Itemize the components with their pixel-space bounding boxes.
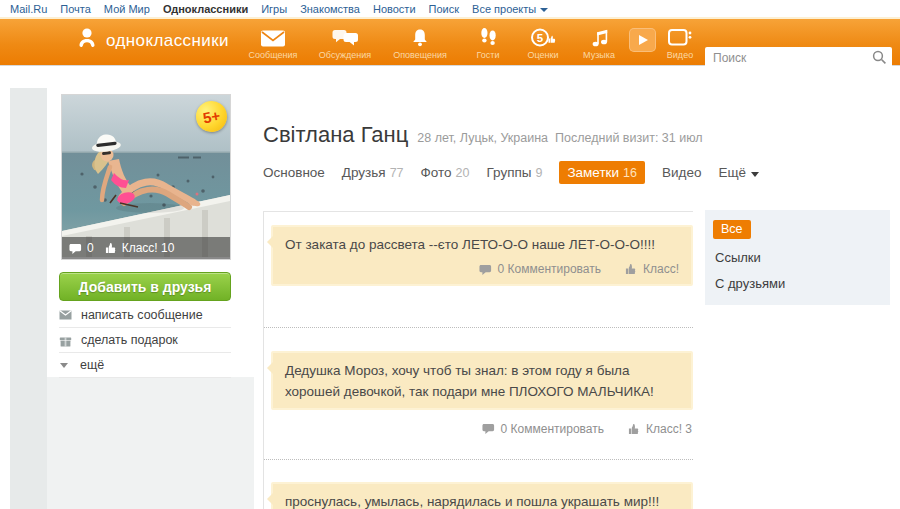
tab-notes[interactable]: Заметки16 — [559, 161, 645, 184]
filter-links[interactable]: Ссылки — [715, 250, 890, 265]
note-item: От заката до рассвета --єто ЛЕТО-О-О наш… — [271, 225, 693, 286]
nav-label: Оповещения — [388, 50, 452, 60]
search-input[interactable] — [705, 47, 892, 68]
thumb-up-icon — [105, 242, 117, 254]
nav-label: Музыка — [567, 50, 631, 60]
chat-bubbles-icon — [313, 23, 377, 48]
nav-video[interactable]: Видео — [648, 23, 712, 60]
like-link[interactable]: Класс! — [625, 260, 679, 278]
photo-stats-overlay: 0 Класс! 10 — [62, 237, 230, 259]
notes-feed: От заката до рассвета --єто ЛЕТО-О-О наш… — [263, 211, 693, 509]
topbar-link-odnoklassniki[interactable]: Одноклассники — [163, 3, 248, 15]
tab-main[interactable]: Основное — [263, 165, 325, 180]
tab-photos[interactable]: Фото20 — [421, 165, 470, 180]
ok-header: одноклассники Сообщения Обсуждения Опове… — [0, 17, 900, 65]
bell-icon — [388, 23, 452, 48]
nav-label: Сообщения — [241, 50, 305, 60]
make-gift-link[interactable]: сделать подарок — [59, 328, 231, 353]
more-actions-link[interactable]: ещё — [59, 353, 231, 378]
more-actions-label: ещё — [80, 358, 104, 372]
note-item: Дедушка Мороз, хочу чтоб ты знал: в этом… — [271, 351, 693, 410]
filter-all[interactable]: Все — [713, 220, 751, 239]
topbar-link-mail[interactable]: Почта — [60, 3, 91, 15]
topbar-link-news[interactable]: Новости — [373, 3, 416, 15]
caret-down-icon — [751, 172, 759, 177]
tab-friends[interactable]: Друзья77 — [342, 165, 404, 180]
ok-person-icon — [77, 28, 97, 54]
note-text: проснулась, умылась, нарядилась и пошла … — [285, 492, 679, 509]
nav-notifications[interactable]: Оповещения — [388, 23, 452, 60]
write-message-label: написать сообщение — [81, 308, 203, 322]
note-actions: 0 Комментировать Класс! — [285, 260, 679, 278]
ok-logo-text: одноклассники — [106, 31, 229, 51]
envelope-icon — [241, 23, 305, 48]
comment-bubble-icon — [482, 423, 495, 434]
mailru-topbar: Mail.Ru Почта Мой Мир Одноклассники Игры… — [0, 0, 900, 17]
topbar-link-games[interactable]: Игры — [261, 3, 287, 15]
thumb-up-icon — [625, 263, 637, 275]
make-gift-label: сделать подарок — [81, 333, 178, 347]
topbar-link-mailru[interactable]: Mail.Ru — [10, 3, 47, 15]
topbar-link-search[interactable]: Поиск — [429, 3, 459, 15]
notes-filter: Все Ссылки С друзьями — [705, 210, 890, 305]
nav-label: Обсуждения — [313, 50, 377, 60]
nav-music[interactable]: Музыка — [567, 23, 631, 60]
photo-likes[interactable]: Класс! 10 — [122, 241, 175, 255]
comment-bubble-icon — [69, 243, 82, 254]
profile-meta: 28 лет, Луцьк, Украина — [417, 131, 548, 145]
tab-groups[interactable]: Группы9 — [486, 165, 542, 180]
write-message-link[interactable]: написать сообщение — [59, 303, 231, 328]
photo-comments-count[interactable]: 0 — [87, 241, 94, 255]
all-projects-label: Все проекты — [472, 3, 536, 15]
ok-logo[interactable]: одноклассники — [77, 28, 229, 54]
left-column-background — [47, 377, 254, 509]
play-icon — [637, 34, 649, 46]
svg-text:5: 5 — [536, 32, 543, 44]
caret-down-icon — [60, 363, 68, 368]
search-icon[interactable] — [872, 50, 887, 65]
profile-photo[interactable]: 5+ 0 Класс! 10 — [61, 94, 231, 260]
thumb-up-icon — [628, 423, 640, 435]
feed-separator — [264, 459, 693, 460]
gift-icon — [59, 334, 72, 347]
comment-link[interactable]: 0 Комментировать — [482, 422, 604, 436]
note-item: проснулась, умылась, нарядилась и пошла … — [271, 482, 693, 509]
topbar-all-projects-menu[interactable]: Все проекты — [472, 3, 548, 15]
nav-ratings[interactable]: 5 Оценки — [511, 23, 575, 60]
profile-name: Світлана Ганц — [263, 122, 408, 148]
profile-actions: написать сообщение сделать подарок ещё — [59, 303, 231, 378]
profile-header: Світлана Ганц 28 лет, Луцьк, Украина Пос… — [263, 122, 693, 148]
note-text: От заката до рассвета --єто ЛЕТО-О-О наш… — [285, 235, 679, 255]
profile-tabs: Основное Друзья77 Фото20 Группы9 Заметки… — [263, 161, 759, 184]
nav-label: Оценки — [511, 50, 575, 60]
feed-separator — [264, 327, 693, 328]
filter-with-friends[interactable]: С друзьями — [715, 276, 890, 291]
comment-link[interactable]: 0 Комментировать — [479, 260, 601, 278]
tab-video[interactable]: Видео — [662, 165, 701, 180]
nav-label: Видео — [648, 50, 712, 60]
rating-5-icon: 5 — [511, 23, 575, 48]
music-note-icon — [567, 23, 631, 48]
add-friend-button[interactable]: Добавить в друзья — [59, 272, 231, 301]
left-gutter — [10, 88, 47, 509]
topbar-link-moymir[interactable]: Мой Мир — [104, 3, 150, 15]
topbar-link-dating[interactable]: Знакомства — [300, 3, 360, 15]
note-actions: 0 Комментировать Класс! 3 — [264, 422, 692, 436]
like-link[interactable]: Класс! 3 — [628, 422, 692, 436]
tab-more[interactable]: Ещё — [718, 165, 759, 180]
note-text: Дедушка Мороз, хочу чтоб ты знал: в этом… — [285, 361, 679, 402]
envelope-icon — [59, 310, 72, 320]
comment-bubble-icon — [479, 264, 492, 275]
header-search — [705, 47, 892, 68]
nav-messages[interactable]: Сообщения — [241, 23, 305, 60]
nav-discussions[interactable]: Обсуждения — [313, 23, 377, 60]
last-visit: Последний визит: 31 июл — [555, 131, 703, 145]
tv-icon — [648, 23, 712, 48]
chevron-down-icon — [540, 8, 548, 12]
